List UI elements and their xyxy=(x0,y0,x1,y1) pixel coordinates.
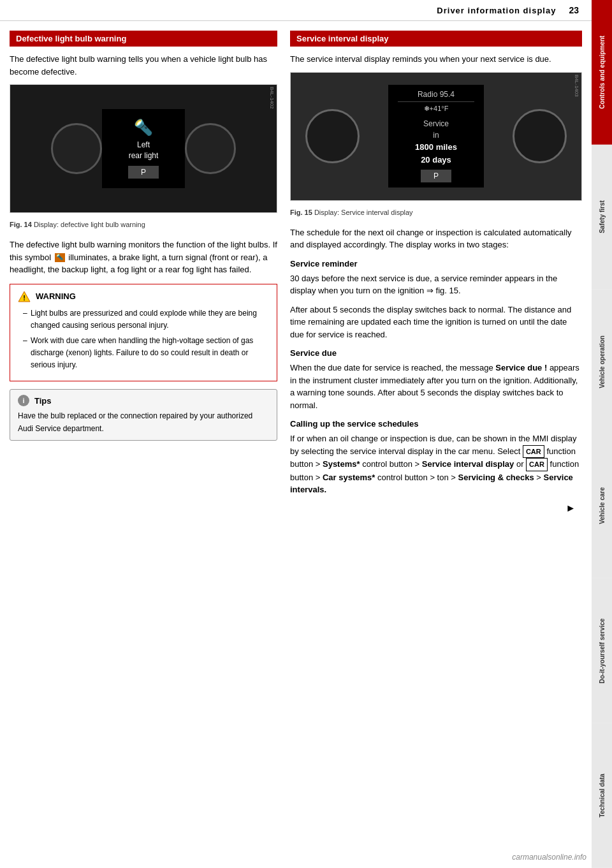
warning-triangle-icon: ! xyxy=(18,291,31,302)
service-due-text: When the due date for service is reached… xyxy=(290,362,582,411)
tips-header: i Tips xyxy=(18,395,269,406)
figure-14-caption: Fig. 14 Display: defective light bulb wa… xyxy=(10,218,277,231)
warning-list: Light bulbs are pressurized and could ex… xyxy=(18,307,269,372)
svg-text:!: ! xyxy=(23,294,26,302)
right-column: Service interval display The service int… xyxy=(290,31,582,514)
tips-body: Have the bulb replaced or the connection… xyxy=(18,410,269,434)
p-button-left: P xyxy=(128,166,159,179)
inline-bulb-icon: 🔦 xyxy=(55,253,65,262)
center-display-right: Radio 95.4 ❅+41°F Service in 1800 miles … xyxy=(388,85,484,188)
right-intro-text: The service interval display reminds you… xyxy=(290,53,582,66)
sidebar-tab-vehicle-operation[interactable]: Vehicle operation xyxy=(592,290,612,434)
radio-display: Radio 95.4 xyxy=(398,90,474,102)
right-section-header: Service interval display xyxy=(290,31,582,47)
p-button-right: P xyxy=(421,170,451,182)
page-header: Driver information display 23 xyxy=(0,0,592,21)
left-gauge xyxy=(51,123,102,174)
left-intro-text: The defective light bulb warning tells y… xyxy=(10,53,277,78)
warning-item-2: Work with due care when handling the hig… xyxy=(24,335,269,372)
page-arrow: ► xyxy=(290,503,582,514)
calling-up-heading: Calling up the service schedules xyxy=(290,419,582,429)
service-due-heading: Service due xyxy=(290,348,582,358)
tips-icon: i xyxy=(18,395,29,406)
car-button-1: CAR xyxy=(523,445,544,459)
page-number: 23 xyxy=(569,5,579,15)
warning-box: ! WARNING Light bulbs are pressurized an… xyxy=(10,284,277,382)
bulb-warning-icon: 🔦 xyxy=(115,119,172,136)
dashboard-display-right: Radio 95.4 ❅+41°F Service in 1800 miles … xyxy=(291,73,581,200)
service-display: Service in 1800 miles 20 days xyxy=(398,118,474,166)
gauge-right-left xyxy=(305,109,360,163)
right-gauge-left xyxy=(185,123,236,174)
service-reminder-text2: After about 5 seconds the display switch… xyxy=(290,304,582,341)
sidebar-tab-safety[interactable]: Safety first xyxy=(592,145,612,290)
display-text-left: Left rear light xyxy=(115,140,172,161)
figure-label-14: B4L-1402 xyxy=(269,87,275,109)
right-sidebar: Controls and equipment Safety first Vehi… xyxy=(592,0,612,868)
left-body-text: The defective light bulb warning monitor… xyxy=(10,239,277,276)
sidebar-tab-diy[interactable]: Do-it-yourself service xyxy=(592,578,612,723)
temp-display: ❅+41°F xyxy=(398,105,474,113)
service-reminder-heading: Service reminder xyxy=(290,259,582,268)
figure-15-box: Radio 95.4 ❅+41°F Service in 1800 miles … xyxy=(290,72,582,201)
left-column: Defective light bulb warning The defecti… xyxy=(10,31,277,514)
figure-label-15: B4L-1403 xyxy=(574,75,579,97)
figure-15-caption: Fig. 15 Display: Service interval displa… xyxy=(290,206,582,219)
watermark: carmanualsonline.info xyxy=(512,853,586,862)
sidebar-tab-controls[interactable]: Controls and equipment xyxy=(592,0,612,145)
schedule-text: The schedule for the next oil change or … xyxy=(290,226,582,251)
tips-label: Tips xyxy=(34,396,52,406)
sidebar-tab-vehicle-care[interactable]: Vehicle care xyxy=(592,434,612,578)
calling-up-text: If or when an oil change or inspection i… xyxy=(290,432,582,496)
figure-14-box: 🔦 Left rear light P B4L-1402 xyxy=(10,84,277,213)
warning-header: ! WARNING xyxy=(18,291,269,302)
center-display-left: 🔦 Left rear light P xyxy=(102,109,185,189)
dashboard-display-left: 🔦 Left rear light P B4L-1402 xyxy=(10,85,277,212)
car-button-2: CAR xyxy=(526,458,548,471)
sidebar-tab-technical[interactable]: Technical data xyxy=(592,723,612,868)
left-section-header: Defective light bulb warning xyxy=(10,31,277,47)
warning-item-1: Light bulbs are pressurized and could ex… xyxy=(24,307,269,332)
page-title: Driver information display xyxy=(437,6,556,15)
warning-label: WARNING xyxy=(36,291,76,301)
gauge-right-right xyxy=(513,109,567,163)
service-reminder-text: 30 days before the next service is due, … xyxy=(290,272,582,297)
tips-box: i Tips Have the bulb replaced or the con… xyxy=(10,389,277,440)
